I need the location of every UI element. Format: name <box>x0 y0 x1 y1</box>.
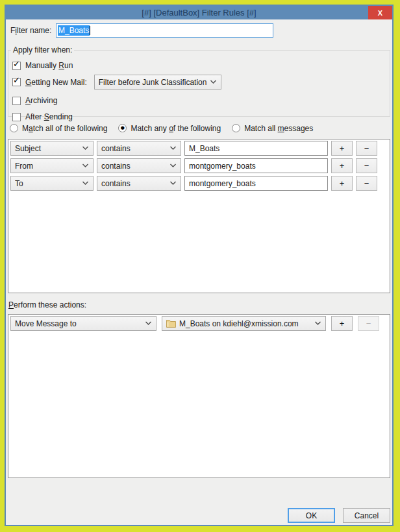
manually-run-label: Manually Run <box>25 61 73 70</box>
dialog-button-bar: OK Cancel <box>288 508 390 523</box>
manually-run-row: ✓ Manually Run <box>12 60 390 71</box>
dialog-title: [#] [DefaultBox] Filter Rules [#] <box>142 8 256 18</box>
chevron-down-icon <box>82 146 89 151</box>
apply-filter-when-group: Apply filter when: ✓ Manually Run ✓ Gett… <box>8 45 390 117</box>
chevron-down-icon <box>82 163 89 168</box>
remove-condition-button[interactable]: − <box>356 176 377 191</box>
remove-action-button[interactable]: − <box>358 316 379 331</box>
chevron-down-icon <box>82 181 89 186</box>
after-sending-label: After Sending <box>25 112 73 121</box>
getting-new-mail-label: Getting New Mail: <box>25 78 87 87</box>
condition-operator-select[interactable]: contains <box>97 141 181 156</box>
getting-new-mail-checkbox[interactable]: ✓ <box>12 78 21 86</box>
match-all-messages-radio[interactable] <box>232 124 240 132</box>
condition-value-input[interactable]: montgomery_boats <box>184 158 328 173</box>
cancel-button[interactable]: Cancel <box>343 508 390 523</box>
actions-list: Move Message to M_Boats on kdiehl@xmissi… <box>8 314 390 478</box>
remove-condition-button[interactable]: − <box>356 158 377 173</box>
apply-filter-when-legend: Apply filter when: <box>11 45 74 54</box>
checkmark-icon: ✓ <box>13 59 20 69</box>
chevron-down-icon <box>169 146 177 151</box>
condition-field-select[interactable]: From <box>10 158 94 173</box>
checkmark-icon: ✓ <box>13 75 20 85</box>
match-any-radio[interactable]: ● <box>118 124 127 132</box>
action-row: Move Message to M_Boats on kdiehl@xmissi… <box>8 316 390 331</box>
perform-actions-label: Perform these actions: <box>8 300 392 310</box>
filter-name-label: Filter name: <box>10 26 56 35</box>
condition-value-input[interactable]: montgomery_boats <box>184 176 328 191</box>
target-folder-select[interactable]: M_Boats on kdiehl@xmission.com <box>162 316 326 331</box>
archiving-label: Archiving <box>25 96 57 105</box>
match-all-messages-label: Match all messages <box>244 124 313 133</box>
getting-new-mail-row: ✓ Getting New Mail: Filter before Junk C… <box>12 75 390 90</box>
manually-run-checkbox[interactable]: ✓ <box>12 62 21 70</box>
add-action-button[interactable]: + <box>331 316 353 331</box>
after-sending-checkbox[interactable] <box>12 113 21 121</box>
filter-rules-dialog: [#] [DefaultBox] Filter Rules [#] X Filt… <box>5 5 394 526</box>
condition-field-select[interactable]: To <box>10 176 94 191</box>
chevron-down-icon <box>314 321 321 326</box>
match-all-radio[interactable] <box>10 124 18 132</box>
add-condition-button[interactable]: + <box>331 176 353 191</box>
condition-operator-select[interactable]: contains <box>97 176 181 191</box>
chevron-down-icon <box>145 321 152 326</box>
selected-text: M_Boats <box>58 25 90 36</box>
match-all-label: Match all of the following <box>22 124 107 133</box>
after-sending-row: After Sending <box>12 112 390 122</box>
titlebar[interactable]: [#] [DefaultBox] Filter Rules [#] X <box>6 6 392 19</box>
junk-classification-select[interactable]: Filter before Junk Classification <box>94 75 221 90</box>
remove-condition-button[interactable]: − <box>356 141 377 156</box>
chevron-down-icon <box>169 181 177 186</box>
condition-field-select[interactable]: Subject <box>10 141 94 156</box>
ok-button[interactable]: OK <box>288 508 335 523</box>
action-type-select[interactable]: Move Message to <box>10 316 156 331</box>
close-button[interactable]: X <box>368 6 392 19</box>
condition-row: Subject contains M_Boats + − <box>8 141 390 156</box>
text-caret <box>90 26 90 35</box>
filter-name-input[interactable]: M_Boats <box>56 23 273 38</box>
condition-row: From contains montgomery_boats + − <box>8 158 390 173</box>
folder-icon <box>166 319 176 328</box>
close-icon: X <box>378 9 382 17</box>
archiving-row: Archiving <box>12 95 390 106</box>
add-condition-button[interactable]: + <box>331 141 353 156</box>
add-condition-button[interactable]: + <box>331 158 353 173</box>
chevron-down-icon <box>210 80 217 84</box>
chevron-down-icon <box>169 163 177 168</box>
conditions-list: Subject contains M_Boats + − From contai… <box>8 139 390 293</box>
match-any-label: Match any of the following <box>131 124 221 133</box>
match-options-row: Match all of the following ● Match any o… <box>10 123 392 133</box>
radio-dot-icon: ● <box>121 126 125 130</box>
condition-operator-select[interactable]: contains <box>97 158 181 173</box>
condition-value-input[interactable]: M_Boats <box>184 141 328 156</box>
filter-name-row: Filter name: M_Boats <box>8 23 390 38</box>
archiving-checkbox[interactable] <box>12 97 21 105</box>
condition-row: To contains montgomery_boats + − <box>8 176 390 191</box>
